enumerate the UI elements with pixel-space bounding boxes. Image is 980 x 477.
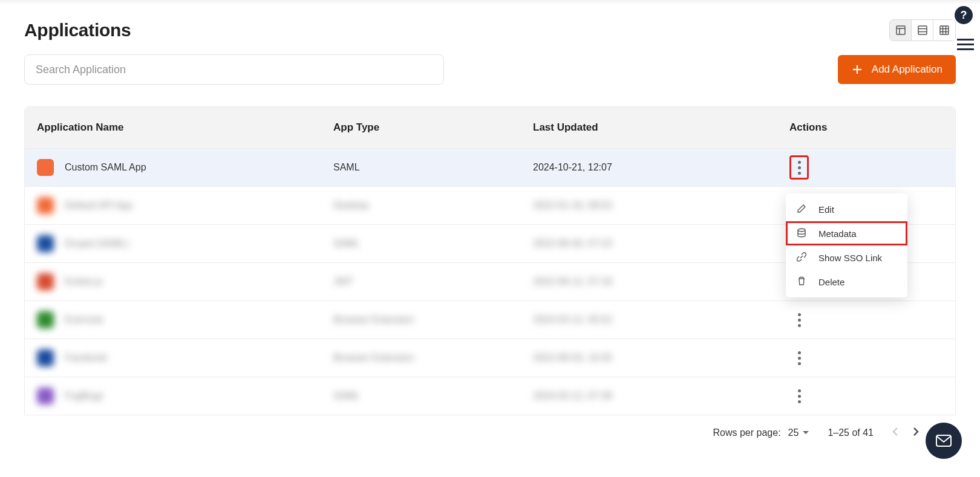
app-name-label: Custom SAML App <box>65 162 146 173</box>
app-icon <box>37 235 54 252</box>
app-name-cell: Custom SAML App <box>37 159 333 176</box>
app-name-label: Drupal (SAML) <box>65 238 129 249</box>
app-type-cell: SAML <box>333 238 533 249</box>
add-application-label: Add Application <box>872 63 942 76</box>
actions-cell <box>781 308 943 332</box>
link-icon <box>797 252 806 264</box>
app-updated-cell: 2022-08-30, 07:23 <box>533 238 781 249</box>
svg-rect-14 <box>936 435 951 446</box>
edit-icon <box>797 204 806 215</box>
actions-cell <box>781 384 943 408</box>
app-updated-cell: 2022-08-03, 18:35 <box>533 352 781 363</box>
app-type-cell: Desktop <box>333 200 533 211</box>
list-layout-icon <box>918 25 927 35</box>
page-title: Applications <box>24 20 131 41</box>
view-toggle-table[interactable] <box>890 20 912 41</box>
app-name-cell: Evernote <box>37 311 333 328</box>
rows-per-page-label: Rows per page: <box>713 427 781 438</box>
row-actions-kebab[interactable] <box>789 155 809 180</box>
svg-rect-0 <box>897 26 905 34</box>
metadata-icon <box>797 228 806 239</box>
col-header-updated: Last Updated <box>533 122 781 134</box>
app-type-cell: Browser Extension <box>333 314 533 325</box>
svg-rect-6 <box>940 26 949 34</box>
app-name-cell: Ember.js <box>37 273 333 290</box>
app-type-cell: SAML <box>333 391 533 401</box>
app-name-label: FogBugz <box>65 391 103 401</box>
app-icon <box>37 349 54 366</box>
mail-fab[interactable] <box>926 423 962 459</box>
app-icon <box>37 388 54 404</box>
table-row[interactable]: FacebookBrowser Extension2022-08-03, 18:… <box>25 339 955 377</box>
app-updated-cell: 2024-03-12, 05:52 <box>533 314 781 325</box>
app-type-cell: JWT <box>333 276 533 287</box>
dropdown-item-label: Delete <box>818 277 844 287</box>
dropdown-item-label: Edit <box>818 204 834 215</box>
row-actions-kebab[interactable] <box>789 384 809 408</box>
view-toggle-group <box>889 19 956 41</box>
app-name-label: Ember.js <box>65 276 102 287</box>
chevron-left-icon <box>892 426 899 437</box>
app-name-label: Evernote <box>65 314 103 325</box>
caret-down-icon <box>802 430 809 435</box>
dropdown-item-show-sso-link[interactable]: Show SSO Link <box>786 245 907 270</box>
prev-page-button[interactable] <box>892 426 899 440</box>
actions-cell <box>781 155 943 180</box>
app-updated-cell: 2022-08-12, 07:18 <box>533 276 781 287</box>
delete-icon <box>797 276 806 288</box>
app-name-cell: Default API App <box>37 197 333 214</box>
col-header-type: App Type <box>333 122 533 134</box>
app-name-cell: FogBugz <box>37 388 333 404</box>
app-name-cell: Facebook <box>37 349 333 366</box>
view-toggle-list[interactable] <box>912 20 933 41</box>
pagination-range: 1–25 of 41 <box>828 427 874 438</box>
rows-per-page-value: 25 <box>788 427 799 438</box>
app-updated-cell: 2024-10-21, 12:07 <box>533 162 781 173</box>
search-input[interactable] <box>24 54 444 85</box>
app-name-label: Default API App <box>65 200 132 211</box>
row-actions-kebab[interactable] <box>789 308 809 332</box>
dropdown-item-metadata[interactable]: Metadata <box>786 221 907 245</box>
col-header-name: Application Name <box>37 122 333 134</box>
svg-rect-3 <box>918 26 927 34</box>
mail-icon <box>936 435 952 447</box>
actions-cell <box>781 346 943 370</box>
table-layout-icon <box>896 25 906 35</box>
table-row[interactable]: Custom SAML AppSAML2024-10-21, 12:07 <box>25 148 955 186</box>
app-name-cell: Drupal (SAML) <box>37 235 333 252</box>
dropdown-item-delete[interactable]: Delete <box>786 270 907 294</box>
app-type-cell: SAML <box>333 162 533 173</box>
chevron-right-icon <box>912 426 920 437</box>
dropdown-item-edit[interactable]: Edit <box>786 197 907 221</box>
app-icon <box>37 273 54 290</box>
app-updated-cell: 2024-03-12, 07:38 <box>533 391 781 401</box>
view-toggle-grid[interactable] <box>933 20 955 41</box>
dropdown-item-label: Metadata <box>818 229 857 239</box>
app-type-cell: Browser Extension <box>333 352 533 363</box>
svg-point-13 <box>798 229 805 231</box>
actions-dropdown: EditMetadataShow SSO LinkDelete <box>786 193 907 297</box>
app-icon <box>37 159 54 176</box>
table-row[interactable]: EvernoteBrowser Extension2024-03-12, 05:… <box>25 300 955 339</box>
grid-layout-icon <box>939 25 949 35</box>
plus-icon <box>851 63 863 76</box>
table-row[interactable]: FogBugzSAML2024-03-12, 07:38 <box>25 377 955 415</box>
app-name-label: Facebook <box>65 352 107 363</box>
next-page-button[interactable] <box>912 426 920 440</box>
row-actions-kebab[interactable] <box>789 346 809 370</box>
add-application-button[interactable]: Add Application <box>838 55 956 84</box>
app-updated-cell: 2022-01-18, 08:53 <box>533 200 781 211</box>
dropdown-item-label: Show SSO Link <box>818 253 882 263</box>
col-header-actions: Actions <box>781 122 943 134</box>
app-icon <box>37 197 54 214</box>
app-icon <box>37 311 54 328</box>
rows-per-page-select[interactable]: 25 <box>788 427 810 438</box>
